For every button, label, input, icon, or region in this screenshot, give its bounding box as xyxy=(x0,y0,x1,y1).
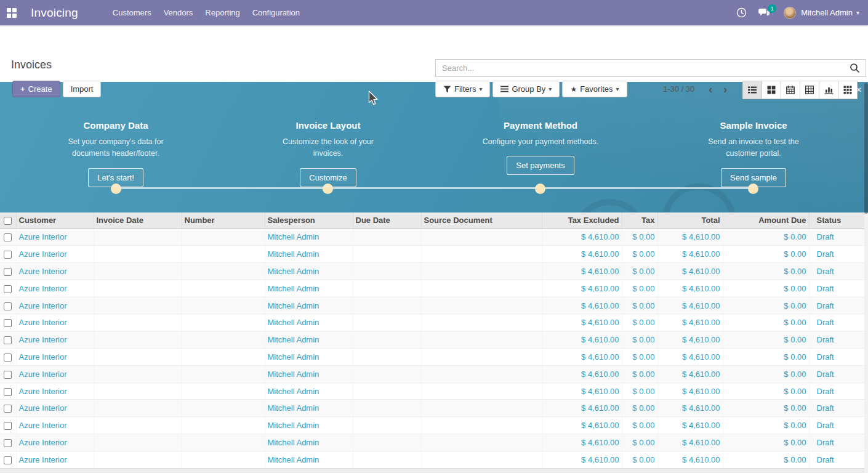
cell-due-date[interactable] xyxy=(353,451,421,468)
row-checkbox[interactable] xyxy=(4,456,12,464)
cell-invoice-date[interactable] xyxy=(94,314,182,331)
cell-number[interactable] xyxy=(182,246,265,263)
cell-tax[interactable]: $ 0.00 xyxy=(622,434,657,451)
cell-tax-excluded[interactable]: $ 4,610.00 xyxy=(542,349,622,366)
cell-amount-due[interactable]: $ 0.00 xyxy=(723,246,809,263)
filters-button[interactable]: Filters ▾ xyxy=(435,81,490,97)
cell-tax[interactable]: $ 0.00 xyxy=(622,228,657,246)
cell-total[interactable]: $ 4,610.00 xyxy=(657,246,723,263)
cell-source-document[interactable] xyxy=(421,365,542,382)
send-sample-button[interactable]: Send sample xyxy=(721,168,786,187)
cell-number[interactable] xyxy=(182,280,265,297)
cell-tax[interactable]: $ 0.00 xyxy=(622,280,657,297)
cell-total[interactable]: $ 4,610.00 xyxy=(657,365,723,382)
cell-due-date[interactable] xyxy=(353,314,421,331)
cell-due-date[interactable] xyxy=(353,297,421,314)
cell-due-date[interactable] xyxy=(353,228,421,246)
menu-configuration[interactable]: Configuration xyxy=(246,0,306,25)
cell-amount-due[interactable]: $ 0.00 xyxy=(723,417,809,434)
header-invoice-date[interactable]: Invoice Date xyxy=(94,212,182,228)
view-kanban-button[interactable] xyxy=(762,81,781,99)
header-tax[interactable]: Tax xyxy=(622,212,657,228)
header-due-date[interactable]: Due Date xyxy=(353,212,421,228)
cell-status status-badge[interactable]: Draft xyxy=(809,263,864,280)
cell-salesperson[interactable]: Mitchell Admin xyxy=(265,228,353,246)
cell-amount-due[interactable]: $ 0.00 xyxy=(723,331,809,349)
table-row[interactable]: Azure Interior Mitchell Admin $ 4,610.00… xyxy=(0,331,864,349)
cell-invoice-date[interactable] xyxy=(94,280,182,297)
cell-salesperson[interactable]: Mitchell Admin xyxy=(265,297,353,314)
cell-customer[interactable]: Azure Interior xyxy=(16,246,94,263)
cell-invoice-date[interactable] xyxy=(94,382,182,400)
cell-source-document[interactable] xyxy=(421,280,542,297)
cell-salesperson[interactable]: Mitchell Admin xyxy=(265,280,353,297)
cell-customer[interactable]: Azure Interior xyxy=(16,280,94,297)
table-row[interactable]: Azure Interior Mitchell Admin $ 4,610.00… xyxy=(0,263,864,280)
pager-previous-button[interactable]: ‹ xyxy=(703,85,718,94)
view-list-button[interactable] xyxy=(742,81,762,99)
header-customer[interactable]: Customer xyxy=(16,212,94,228)
cell-due-date[interactable] xyxy=(353,434,421,451)
cell-tax[interactable]: $ 0.00 xyxy=(622,297,657,314)
cell-tax[interactable]: $ 0.00 xyxy=(622,417,657,434)
cell-total[interactable]: $ 4,610.00 xyxy=(657,382,723,400)
cell-source-document[interactable] xyxy=(421,434,542,451)
cell-tax-excluded[interactable]: $ 4,610.00 xyxy=(542,246,622,263)
cell-due-date[interactable] xyxy=(353,365,421,382)
cell-invoice-date[interactable] xyxy=(94,417,182,434)
header-number[interactable]: Number xyxy=(182,212,265,228)
cell-amount-due[interactable]: $ 0.00 xyxy=(723,314,809,331)
cell-number[interactable] xyxy=(182,228,265,246)
cell-salesperson[interactable]: Mitchell Admin xyxy=(265,246,353,263)
group-by-button[interactable]: Group By ▾ xyxy=(492,81,560,97)
cell-status status-badge[interactable]: Draft xyxy=(809,365,864,382)
cell-invoice-date[interactable] xyxy=(94,400,182,417)
cell-tax-excluded[interactable]: $ 4,610.00 xyxy=(542,382,622,400)
lets-start-button[interactable]: Let's start! xyxy=(88,168,143,187)
cell-tax[interactable]: $ 0.00 xyxy=(622,400,657,417)
cell-number[interactable] xyxy=(182,349,265,366)
cell-number[interactable] xyxy=(182,400,265,417)
row-checkbox[interactable] xyxy=(4,251,12,259)
cell-invoice-date[interactable] xyxy=(94,228,182,246)
cell-due-date[interactable] xyxy=(353,331,421,349)
cell-customer[interactable]: Azure Interior xyxy=(16,331,94,349)
cell-due-date[interactable] xyxy=(353,263,421,280)
cell-tax[interactable]: $ 0.00 xyxy=(622,365,657,382)
cell-number[interactable] xyxy=(182,297,265,314)
cell-amount-due[interactable]: $ 0.00 xyxy=(723,434,809,451)
cell-customer[interactable]: Azure Interior xyxy=(16,365,94,382)
cell-salesperson[interactable]: Mitchell Admin xyxy=(265,331,353,349)
cell-due-date[interactable] xyxy=(353,400,421,417)
cell-number[interactable] xyxy=(182,263,265,280)
cell-invoice-date[interactable] xyxy=(94,365,182,382)
cell-customer[interactable]: Azure Interior xyxy=(16,382,94,400)
table-row[interactable]: Azure Interior Mitchell Admin $ 4,610.00… xyxy=(0,365,864,382)
cell-status status-badge[interactable]: Draft xyxy=(809,382,864,400)
row-checkbox[interactable] xyxy=(4,285,12,293)
table-row[interactable]: Azure Interior Mitchell Admin $ 4,610.00… xyxy=(0,417,864,434)
cell-status status-badge[interactable]: Draft xyxy=(809,434,864,451)
cell-total[interactable]: $ 4,610.00 xyxy=(657,228,723,246)
cell-amount-due[interactable]: $ 0.00 xyxy=(723,228,809,246)
cell-tax[interactable]: $ 0.00 xyxy=(622,263,657,280)
customize-button[interactable]: Customize xyxy=(300,168,356,187)
vertical-scrollbar-track[interactable] xyxy=(864,212,868,473)
cell-source-document[interactable] xyxy=(421,331,542,349)
cell-tax[interactable]: $ 0.00 xyxy=(622,331,657,349)
cell-total[interactable]: $ 4,610.00 xyxy=(657,263,723,280)
cell-status status-badge[interactable]: Draft xyxy=(809,280,864,297)
cell-status status-badge[interactable]: Draft xyxy=(809,297,864,314)
row-checkbox[interactable] xyxy=(4,422,12,430)
row-checkbox[interactable] xyxy=(4,388,12,396)
cell-salesperson[interactable]: Mitchell Admin xyxy=(265,263,353,280)
cell-status status-badge[interactable]: Draft xyxy=(809,228,864,246)
cell-invoice-date[interactable] xyxy=(94,349,182,366)
row-checkbox[interactable] xyxy=(4,354,12,362)
cell-amount-due[interactable]: $ 0.00 xyxy=(723,297,809,314)
header-status[interactable]: Status xyxy=(809,212,864,228)
header-amount-due[interactable]: Amount Due xyxy=(723,212,809,228)
row-checkbox[interactable] xyxy=(4,336,12,344)
table-row[interactable]: Azure Interior Mitchell Admin $ 4,610.00… xyxy=(0,314,864,331)
cell-due-date[interactable] xyxy=(353,417,421,434)
